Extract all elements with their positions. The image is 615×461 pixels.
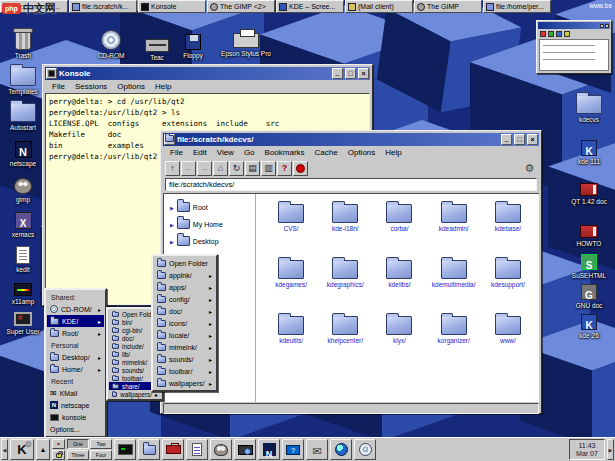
menu-item-desktop[interactable]: Desktop/ [47, 351, 104, 363]
menu-item-applnk[interactable]: applnk/ [154, 269, 215, 281]
menu-sessions[interactable]: Sessions [70, 82, 112, 91]
desktop-icon-qt-doc[interactable]: QT 1.42 doc [566, 172, 612, 205]
minimize-button[interactable] [501, 134, 512, 145]
panel-hide-left-button[interactable] [1, 439, 8, 460]
menu-file[interactable]: File [47, 82, 70, 91]
tool-icon[interactable] [540, 31, 546, 37]
desktop-icon-trash[interactable]: Trash [0, 26, 46, 59]
copy-button[interactable] [245, 161, 260, 176]
tool-icon[interactable] [564, 31, 570, 37]
file-manager-launcher[interactable] [138, 439, 160, 460]
taskbar-button[interactable]: KDE – Scree... [276, 0, 344, 13]
menu-item-icons[interactable]: icons/ [154, 317, 215, 329]
back-button[interactable] [181, 161, 196, 176]
menu-item-apps[interactable]: apps/ [154, 281, 215, 293]
tool-icon[interactable] [556, 31, 562, 37]
desktop-icon-floppy[interactable]: Floppy [170, 26, 216, 59]
taskbar-button[interactable]: file:/scratch/k... [69, 0, 137, 13]
maximize-button[interactable] [514, 134, 525, 145]
help-launcher[interactable] [282, 439, 304, 460]
menu-go[interactable]: Go [239, 148, 260, 157]
folder-item[interactable]: klyx/ [372, 316, 426, 344]
menu-item-root[interactable]: Root/ [47, 327, 104, 339]
menu-item-wallpapers[interactable]: wallpapers/ [154, 377, 215, 389]
kfm-titlebar[interactable]: file:/scratch/kdecvs/ [163, 133, 539, 146]
folder-item[interactable]: kdebase/ [481, 204, 535, 232]
stop-button[interactable] [293, 161, 308, 176]
k-menu-button[interactable] [10, 439, 34, 460]
lock-button[interactable] [52, 450, 65, 460]
folder-item[interactable]: corba/ [372, 204, 426, 232]
home-button[interactable] [213, 161, 228, 176]
folder-item[interactable]: korganizer/ [427, 316, 481, 344]
folder-item[interactable]: kde-i18n/ [318, 204, 372, 232]
panel-clock[interactable]: 11:43 Mar 07 [569, 439, 605, 460]
folder-item[interactable]: www/ [481, 316, 535, 344]
menu-item-options[interactable]: Options... [47, 423, 104, 435]
tree-item-root[interactable]: Root [170, 202, 255, 212]
taskbar-button[interactable]: file:/home/per... [483, 0, 551, 13]
reload-button[interactable] [229, 161, 244, 176]
browser-launcher[interactable] [330, 439, 352, 460]
menu-item-cdrom[interactable]: CD-ROM/ [47, 303, 104, 315]
folder-item[interactable]: kdegraphics/ [318, 260, 372, 288]
close-button[interactable] [527, 134, 538, 145]
desktop-icon-susehtml[interactable]: SuSEHTML [566, 246, 612, 279]
window-menu-button[interactable] [164, 134, 175, 145]
screenshot-launcher[interactable] [234, 439, 256, 460]
menu-item-kde[interactable]: KDE/ [47, 315, 104, 327]
desktop-icon-gnu-doc[interactable]: GNU doc [566, 276, 612, 309]
up-button[interactable] [165, 161, 180, 176]
menu-item-kmail[interactable]: KMail [47, 387, 104, 399]
mini-window-button[interactable] [600, 24, 604, 28]
expand-arrow-icon[interactable] [170, 221, 174, 228]
paste-button[interactable] [261, 161, 276, 176]
menu-item-doc[interactable]: doc/ [154, 305, 215, 317]
menu-help[interactable]: Help [380, 148, 406, 157]
toolbox-launcher[interactable] [162, 439, 184, 460]
menu-options[interactable]: Options [112, 82, 150, 91]
desktop-icon-xemacs[interactable]: xemacs [0, 205, 46, 238]
menu-bookmarks[interactable]: Bookmarks [260, 148, 310, 157]
menu-file[interactable]: File [165, 148, 188, 157]
desktop-icon-printer[interactable]: Epson Stylus Pro [218, 24, 274, 57]
menu-item-konsole[interactable]: konsole [47, 411, 104, 423]
desktop-icon-gimp[interactable]: gimp [0, 170, 46, 203]
tree-item-home[interactable]: My Home [170, 219, 255, 229]
desktop-icon-x11amp[interactable]: x11amp [0, 272, 46, 305]
forward-button[interactable] [197, 161, 212, 176]
mini-window-titlebar[interactable] [538, 22, 610, 29]
tool-icon[interactable] [548, 31, 554, 37]
taskbar-button[interactable]: The GIMP [414, 0, 482, 13]
menu-item-mimelnk[interactable]: mimelnk/ [154, 341, 215, 353]
menu-item-open-folder[interactable]: Open Folder [154, 257, 215, 269]
konsole-launcher[interactable] [114, 439, 136, 460]
desktop-four-button[interactable]: Four [90, 450, 112, 460]
window-menu-button[interactable] [46, 68, 57, 79]
folder-item[interactable]: kdemultimedia/ [427, 260, 481, 288]
desktop-icon-howto[interactable]: HOWTO [566, 214, 612, 247]
folder-item[interactable]: kdelibs/ [372, 260, 426, 288]
folder-item[interactable]: kdegames/ [264, 260, 318, 288]
mini-window-button[interactable] [605, 24, 609, 28]
window-list-button[interactable] [36, 439, 50, 460]
maximize-button[interactable] [345, 68, 356, 79]
menu-view[interactable]: View [212, 148, 239, 157]
menu-item-toolbar[interactable]: toolbar/ [154, 365, 215, 377]
desktop-icon-kedit[interactable]: kedit [0, 240, 46, 273]
folder-item[interactable]: kdeutils/ [264, 316, 318, 344]
menu-cache[interactable]: Cache [310, 148, 343, 157]
menu-item-home[interactable]: Home/ [47, 363, 104, 375]
taskbar-button[interactable]: Konsole [138, 0, 206, 13]
close-button[interactable] [358, 68, 369, 79]
mini-window[interactable] [536, 20, 612, 74]
logout-button[interactable] [52, 439, 65, 449]
desktop-icon-autostart[interactable]: Autostart [0, 98, 46, 131]
location-input[interactable]: file:/scratch/kdecvs/ [165, 178, 537, 191]
desktop-icon-netscape[interactable]: netscape [0, 134, 46, 167]
desktop-two-button[interactable]: Two [90, 439, 112, 449]
folder-item[interactable]: kdeadmin/ [427, 204, 481, 232]
editor-launcher[interactable] [186, 439, 208, 460]
menu-options[interactable]: Options [343, 148, 381, 157]
taskbar-button[interactable]: The GIMP <2> [207, 0, 275, 13]
